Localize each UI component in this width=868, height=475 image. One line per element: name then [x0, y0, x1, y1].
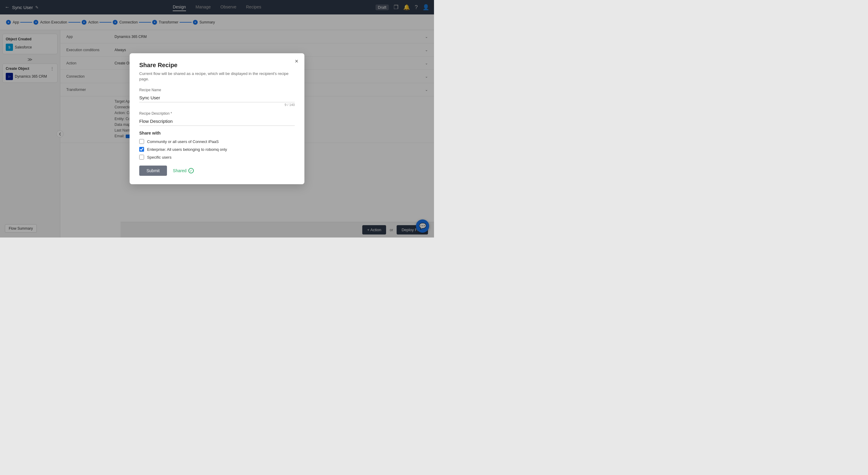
modal-title: Share Recipe — [139, 62, 295, 69]
checkbox-enterprise-label: Enterprise: All users belonging to robom… — [147, 147, 227, 152]
modal-footer: Submit Shared ✓ — [139, 166, 295, 176]
checkbox-specific: Specific users — [139, 155, 295, 160]
checkbox-community: Community or all users of Connect iPaaS — [139, 139, 295, 144]
recipe-desc-input[interactable] — [139, 117, 295, 126]
recipe-name-input[interactable] — [139, 93, 295, 102]
checkbox-enterprise-input[interactable] — [139, 147, 144, 152]
checkbox-community-input[interactable] — [139, 139, 144, 144]
shared-status-text: Shared — [173, 168, 187, 173]
share-with-title: Share with — [139, 131, 295, 135]
modal-subtitle: Current flow will be shared as a recipe,… — [139, 71, 295, 82]
shared-check-icon: ✓ — [188, 168, 194, 173]
recipe-desc-label: Recipe Description * — [139, 111, 295, 115]
shared-status: Shared ✓ — [173, 168, 194, 173]
checkbox-community-label: Community or all users of Connect iPaaS — [147, 139, 219, 144]
checkbox-specific-label: Specific users — [147, 155, 172, 160]
modal-overlay: × Share Recipe Current flow will be shar… — [0, 0, 434, 238]
checkbox-enterprise: Enterprise: All users belonging to robom… — [139, 147, 295, 152]
share-recipe-modal: × Share Recipe Current flow will be shar… — [130, 53, 304, 184]
submit-button[interactable]: Submit — [139, 166, 167, 176]
modal-close-button[interactable]: × — [295, 58, 299, 64]
recipe-name-field: Recipe Name 9 / 140 — [139, 88, 295, 107]
char-count: 9 / 140 — [139, 103, 295, 107]
recipe-name-label: Recipe Name — [139, 88, 295, 92]
recipe-desc-field: Recipe Description * — [139, 111, 295, 126]
checkbox-specific-input[interactable] — [139, 155, 144, 160]
